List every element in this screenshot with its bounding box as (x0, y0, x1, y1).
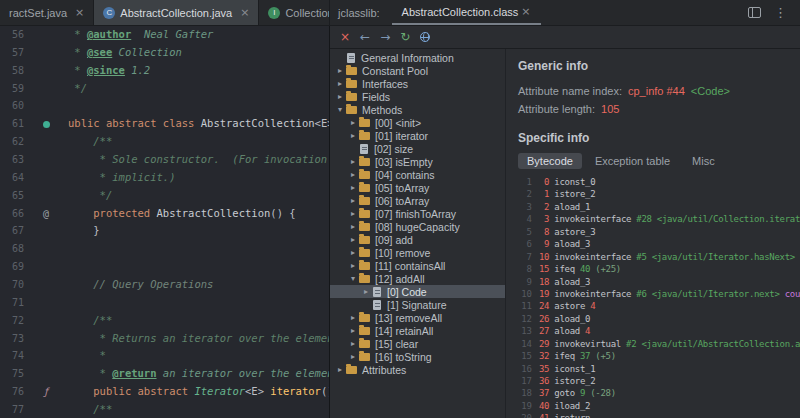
tree-item-10-remove[interactable]: ▸[10] remove (330, 246, 505, 259)
expand-arrow-icon[interactable]: ▸ (347, 196, 359, 205)
tree-item-12-addall[interactable]: ▾[12] addAll (330, 272, 505, 285)
opcode[interactable]: invokeinterface (549, 213, 631, 225)
reload-icon[interactable]: ↻ (400, 31, 410, 43)
editor-line[interactable]: 76ƒ public abstract Iterator<E> iterator… (0, 383, 329, 401)
editor-line[interactable]: 58 * @since 1.2 (0, 62, 329, 80)
tab-bytecode[interactable]: Bytecode (518, 153, 582, 169)
tree-item-0-code[interactable]: ▸[0] Code (330, 285, 505, 298)
opcode[interactable]: astore_3 (549, 226, 595, 238)
opcode[interactable]: aload_0 (549, 313, 590, 325)
layout-icon[interactable] (748, 7, 761, 18)
branch-target-link[interactable]: 40 (575, 263, 590, 275)
open-in-browser-icon[interactable] (420, 32, 430, 42)
editor-line[interactable]: 67 } (0, 222, 329, 240)
opcode[interactable]: aload_3 (549, 276, 590, 288)
opcode[interactable]: aload (549, 325, 580, 337)
constant-ref-link[interactable]: #5 (631, 251, 646, 263)
editor-line[interactable]: 65 */ (0, 187, 329, 205)
close-tab-icon[interactable]: × (521, 5, 530, 18)
tree-item-14-retainall[interactable]: ▸[14] retainAll (330, 324, 505, 337)
editor-line[interactable]: 68 (0, 240, 329, 258)
close-tab-icon[interactable]: × (75, 6, 84, 19)
tree-item-constant-pool[interactable]: ▸Constant Pool (330, 64, 505, 77)
constant-ref-link[interactable]: #6 (631, 288, 646, 300)
editor-line[interactable]: 63 * Sole constructor. (For invocation b… (0, 151, 329, 169)
editor-line[interactable]: 74 * (0, 347, 329, 365)
editor-line[interactable]: 61ublic abstract class AbstractCollectio… (0, 115, 329, 133)
editor-line[interactable]: 73 * Returns an iterator over the elemen… (0, 330, 329, 348)
editor-line[interactable]: 77 /** (0, 401, 329, 418)
tree-item-16-tostring[interactable]: ▸[16] toString (330, 350, 505, 363)
opcode[interactable]: iconst_1 (549, 363, 595, 375)
tree-item-1-signature[interactable]: [1] Signature (330, 298, 505, 311)
expand-arrow-icon[interactable]: ▸ (334, 92, 346, 101)
expand-arrow-icon[interactable]: ▸ (347, 235, 359, 244)
back-arrow-icon[interactable]: ← (360, 31, 370, 43)
opcode[interactable]: istore_2 (549, 375, 595, 387)
expand-arrow-icon[interactable]: ▸ (347, 248, 359, 257)
tree-item-00-init[interactable]: ▸[00] <init> (330, 116, 505, 129)
editor-line[interactable]: 56 * @author Neal Gafter (0, 26, 329, 44)
editor-line[interactable]: 62 /** (0, 133, 329, 151)
expand-arrow-icon[interactable]: ▾ (347, 274, 359, 283)
class-structure-tree[interactable]: General Information▸Constant Pool▸Interf… (330, 49, 506, 418)
opcode[interactable]: goto (549, 387, 575, 399)
tree-item-05-toarray[interactable]: ▸[05] toArray (330, 181, 505, 194)
opcode[interactable]: iload_2 (549, 400, 590, 412)
abstract-method-gutter-icon[interactable]: ƒ (44, 383, 48, 401)
opcode[interactable]: iconst_0 (549, 176, 595, 188)
opcode[interactable]: invokeinterface (549, 251, 631, 263)
editor-line[interactable]: 60 (0, 97, 329, 115)
forward-arrow-icon[interactable]: → (380, 31, 390, 43)
editor-line[interactable]: 57 * @see Collection (0, 44, 329, 62)
toolwindow-tab-abstractcollection-class[interactable]: AbstractCollection.class × (392, 0, 541, 25)
tab-exception-table[interactable]: Exception table (586, 153, 679, 169)
tree-item-general-information[interactable]: General Information (330, 51, 505, 64)
class-gutter-icon[interactable] (43, 121, 50, 128)
editor-line[interactable]: 70 // Query Operations (0, 276, 329, 294)
editor-line[interactable]: 75 * @return an iterator over the elemen… (0, 365, 329, 383)
tree-item-08-hugecapacity[interactable]: ▸[08] hugeCapacity (330, 220, 505, 233)
opcode[interactable]: ireturn (549, 412, 590, 418)
expand-arrow-icon[interactable]: ▸ (334, 365, 346, 374)
expand-arrow-icon[interactable]: ▸ (347, 131, 359, 140)
editor-line[interactable]: 66@ protected AbstractCollection() { (0, 205, 329, 223)
expand-arrow-icon[interactable]: ▸ (347, 118, 359, 127)
expand-arrow-icon[interactable]: ▸ (347, 261, 359, 270)
tree-item-11-containsall[interactable]: ▸[11] containsAll (330, 259, 505, 272)
editor-tab-abstractcollection-java[interactable]: CAbstractCollection.java× (94, 0, 259, 25)
annotation-gutter-icon[interactable]: @ (43, 205, 49, 223)
close-tab-icon[interactable]: × (240, 6, 249, 19)
opcode[interactable]: istore_2 (549, 188, 595, 200)
expand-arrow-icon[interactable]: ▸ (347, 222, 359, 231)
editor-line[interactable]: 59 */ (0, 80, 329, 98)
opcode[interactable]: aload_3 (549, 238, 590, 250)
expand-arrow-icon[interactable]: ▾ (334, 105, 346, 114)
tree-item-02-size[interactable]: [02] size (330, 142, 505, 155)
opcode[interactable]: invokevirtual (549, 338, 621, 350)
tree-item-fields[interactable]: ▸Fields (330, 90, 505, 103)
expand-arrow-icon[interactable]: ▸ (347, 352, 359, 361)
expand-arrow-icon[interactable]: ▸ (347, 183, 359, 192)
expand-arrow-icon[interactable]: ▸ (347, 157, 359, 166)
tree-item-03-isempty[interactable]: ▸[03] isEmpty (330, 155, 505, 168)
expand-arrow-icon[interactable]: ▸ (347, 313, 359, 322)
editor-line[interactable]: 71 (0, 294, 329, 312)
bytecode-listing[interactable]: 1 0 iconst_02 1 istore_23 2 aload_14 3 i… (518, 176, 800, 418)
branch-target-link[interactable]: 37 (575, 350, 590, 362)
constant-ref-link[interactable]: #2 (621, 338, 636, 350)
code-editor[interactable]: 56 * @author Neal Gafter57 * @see Collec… (0, 26, 330, 418)
editor-line[interactable]: 64 * implicit.) (0, 169, 329, 187)
constant-pool-link[interactable]: cp_info #44 (628, 85, 685, 97)
expand-arrow-icon[interactable]: ▸ (347, 326, 359, 335)
expand-arrow-icon[interactable]: ▸ (334, 79, 346, 88)
constant-ref-link[interactable]: #28 (631, 213, 651, 225)
tree-item-15-clear[interactable]: ▸[15] clear (330, 337, 505, 350)
expand-arrow-icon[interactable]: ▸ (360, 287, 372, 296)
tree-item-04-contains[interactable]: ▸[04] contains (330, 168, 505, 181)
tree-item-06-toarray[interactable]: ▸[06] toArray (330, 194, 505, 207)
tree-item-01-iterator[interactable]: ▸[01] iterator (330, 129, 505, 142)
expand-arrow-icon[interactable]: ▸ (347, 209, 359, 218)
opcode[interactable]: aload_1 (549, 201, 590, 213)
close-icon[interactable]: × (340, 31, 350, 43)
